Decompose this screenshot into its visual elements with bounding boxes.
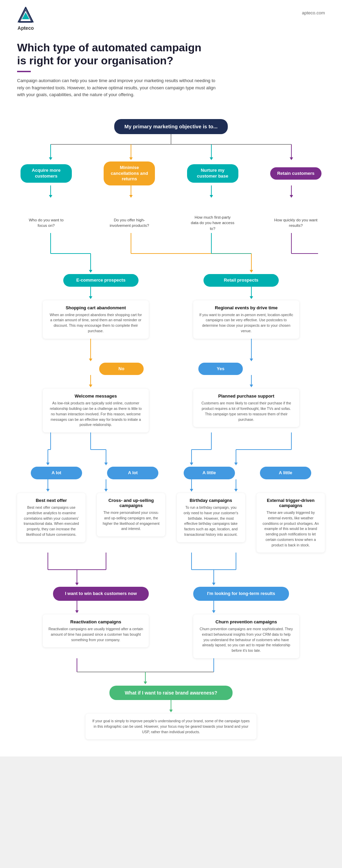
- connector-data-boxes: [10, 479, 332, 493]
- svg-marker-73: [75, 583, 79, 585]
- welcome-messages-title: Welcome messages: [48, 393, 143, 399]
- connector-brand-text: [10, 700, 332, 714]
- question-3: How much first-party data do you have ac…: [187, 213, 238, 233]
- results-boxes-row: Reactivation campaigns Reactivation camp…: [10, 614, 332, 658]
- lines-primary: [10, 134, 332, 161]
- regional-events-title: Regional events by drive time: [199, 305, 294, 310]
- svg-marker-36: [250, 296, 253, 299]
- win-back-node: I want to win back customers now: [53, 587, 149, 601]
- results-nodes-row: I want to win back customers now I'm loo…: [10, 587, 332, 601]
- planned-purchase-desc: Customers are more likely to cancel thei…: [199, 401, 294, 422]
- svg-marker-20: [290, 195, 293, 198]
- birthday-title: Birthday campaigns: [182, 498, 240, 503]
- question-2: Do you offer high-involvement products?: [104, 216, 155, 230]
- svg-marker-6: [49, 157, 52, 160]
- regional-events-desc: If you want to promote an in-person even…: [199, 312, 294, 334]
- page: Apteco apteco.com Which type of automate…: [0, 0, 342, 756]
- best-next-offer-title: Best next offer: [23, 498, 80, 503]
- birthday-desc: To run a birthday campaign, you only nee…: [182, 505, 240, 537]
- svg-marker-8: [129, 157, 133, 160]
- ecommerce-node: E-commerce prospects: [63, 274, 139, 287]
- brand-text-box: If your goal is simply to improve people…: [86, 714, 256, 739]
- churn-prevention-desc: Churn prevention campaigns are more soph…: [199, 626, 294, 653]
- crossup-title: Cross- and up-selling campaigns: [102, 498, 160, 508]
- brand-awareness-node: What if I want to raise brand awareness?: [109, 686, 233, 700]
- brand-node-row: What if I want to raise brand awareness?: [10, 686, 332, 700]
- alittle-2-node: A little: [260, 467, 311, 479]
- main-title: Which type of automated campaign is righ…: [17, 41, 325, 67]
- best-next-offer-desc: Best next offer campaigns use predictive…: [23, 505, 80, 537]
- svg-marker-40: [250, 359, 253, 361]
- svg-marker-34: [89, 296, 92, 299]
- lines-questions: [10, 185, 332, 213]
- header: Apteco apteco.com: [0, 0, 342, 34]
- alot-2-node: A lot: [107, 467, 158, 479]
- question-4: How quickly do you want results?: [270, 216, 321, 230]
- external-trigger-desc: These are usually triggered by external …: [262, 510, 319, 548]
- external-trigger-box: External trigger-driven campaigns These …: [256, 493, 325, 553]
- prospect-boxes-row: Shopping cart abandonment When an online…: [10, 300, 332, 339]
- svg-marker-78: [212, 583, 215, 585]
- apteco-logo-icon: [17, 7, 34, 24]
- brand-text-row: If your goal is simply to improve people…: [10, 714, 332, 739]
- birthday-box: Birthday campaigns To run a birthday cam…: [177, 493, 245, 542]
- yesno-row: No Yes: [10, 363, 332, 375]
- lines-data-nodes: [10, 432, 332, 467]
- lines-prospect-boxes: [10, 287, 332, 300]
- objective-nurture: Nurture my customer base: [187, 164, 238, 183]
- connector-questions: [10, 185, 332, 213]
- long-term-node: I'm looking for long-term results: [193, 587, 289, 601]
- objective-retain: Retain customers: [270, 167, 321, 180]
- svg-marker-82: [212, 610, 215, 613]
- svg-marker-44: [250, 385, 253, 387]
- svg-marker-10: [210, 157, 213, 160]
- connector-prospect-boxes: [10, 287, 332, 300]
- objectives-row: Acquire more customers Minimise cancella…: [10, 161, 332, 186]
- lines-yesno: [10, 339, 332, 363]
- reactivation-title: Reactivation campaigns: [48, 619, 143, 624]
- connector-yesno-boxes: [10, 375, 332, 389]
- svg-marker-38: [89, 359, 92, 361]
- welcome-messages-box: Welcome messages As low-risk products ar…: [43, 389, 149, 432]
- svg-marker-48: [46, 463, 50, 465]
- connector-primary: [10, 134, 332, 161]
- svg-marker-80: [75, 610, 79, 613]
- regional-events-box: Regional events by drive time If you wan…: [193, 300, 299, 339]
- svg-marker-17: [49, 195, 52, 198]
- svg-marker-66: [190, 489, 193, 492]
- svg-marker-60: [234, 463, 238, 465]
- logo-area: Apteco: [17, 7, 34, 31]
- connector-yesno: [10, 339, 332, 363]
- website-text: apteco.com: [302, 7, 325, 15]
- svg-marker-87: [144, 682, 147, 684]
- svg-marker-42: [89, 385, 92, 387]
- best-next-offer-box: Best next offer Best next offer campaign…: [17, 493, 86, 542]
- lines-brand: [10, 658, 332, 686]
- cart-abandonment-desc: When an online prospect abandons their s…: [48, 312, 143, 334]
- svg-marker-12: [290, 157, 293, 160]
- logo-text: Apteco: [17, 25, 34, 31]
- welcome-messages-desc: As low-risk products are typically sold …: [48, 401, 143, 428]
- lines-yesno-boxes: [10, 375, 332, 389]
- lines-data-boxes: [10, 479, 332, 493]
- churn-prevention-box: Churn prevention campaigns Churn prevent…: [193, 614, 299, 658]
- svg-marker-24: [89, 270, 92, 273]
- cart-abandonment-title: Shopping cart abandonment: [48, 305, 143, 310]
- svg-marker-64: [104, 489, 108, 492]
- svg-marker-62: [46, 489, 50, 492]
- connector-brand: [10, 658, 332, 686]
- data-nodes-row: A lot A lot A little A little: [10, 467, 332, 479]
- prospect-nodes-row: E-commerce prospects Retail prospects: [10, 274, 332, 287]
- connector-results-boxes: [10, 601, 332, 614]
- churn-prevention-title: Churn prevention campaigns: [199, 619, 294, 624]
- lines-results-boxes: [10, 601, 332, 614]
- objective-acquire: Acquire more customers: [21, 164, 72, 183]
- brand-awareness-text: If your goal is simply to improve people…: [91, 718, 251, 735]
- svg-marker-19: [210, 195, 213, 198]
- svg-marker-52: [104, 463, 108, 465]
- crossup-box: Cross- and up-selling campaigns The more…: [97, 493, 165, 536]
- flowchart: My primary marketing objective is to...: [0, 109, 342, 756]
- planned-purchase-box: Planned purchase support Customers are m…: [193, 389, 299, 427]
- crossup-desc: The more personalised your cross- and up…: [102, 510, 160, 532]
- svg-marker-28: [250, 270, 253, 273]
